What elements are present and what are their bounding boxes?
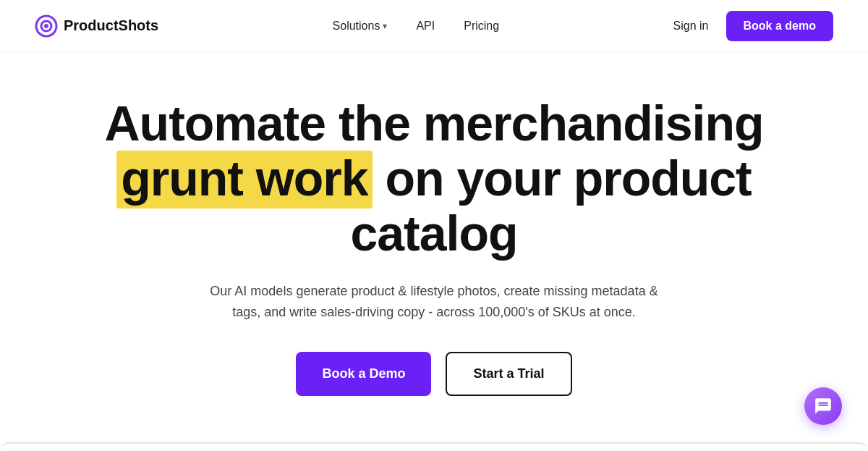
- logo-icon: [35, 14, 58, 38]
- svg-point-2: [44, 24, 48, 28]
- hero-section: Automate the merchandising grunt work on…: [0, 52, 868, 425]
- chevron-down-icon: ▾: [383, 21, 387, 31]
- logo-text: ProductShots: [64, 17, 158, 34]
- logo-container: ProductShots: [35, 14, 158, 38]
- bottom-bar: [0, 442, 868, 451]
- book-demo-button-hero[interactable]: Book a Demo: [296, 352, 431, 396]
- chat-bubble-button[interactable]: [804, 387, 842, 425]
- hero-title: Automate the merchandising grunt work on…: [51, 96, 817, 261]
- hero-cta-buttons: Book a Demo Start a Trial: [296, 352, 571, 396]
- chat-icon: [814, 397, 833, 416]
- nav-api[interactable]: API: [416, 20, 435, 33]
- hero-subtitle: Our AI models generate product & lifesty…: [210, 281, 658, 323]
- nav-solutions[interactable]: Solutions ▾: [333, 20, 388, 33]
- navbar: ProductShots Solutions ▾ API Pricing Sig…: [0, 0, 868, 52]
- navbar-actions: Sign in Book a demo: [673, 11, 833, 41]
- start-trial-button[interactable]: Start a Trial: [446, 352, 571, 396]
- book-demo-button-nav[interactable]: Book a demo: [726, 11, 833, 41]
- nav-pricing[interactable]: Pricing: [464, 20, 499, 33]
- hero-highlight: grunt work: [116, 151, 372, 208]
- nav-links: Solutions ▾ API Pricing: [333, 20, 500, 33]
- sign-in-link[interactable]: Sign in: [673, 20, 709, 33]
